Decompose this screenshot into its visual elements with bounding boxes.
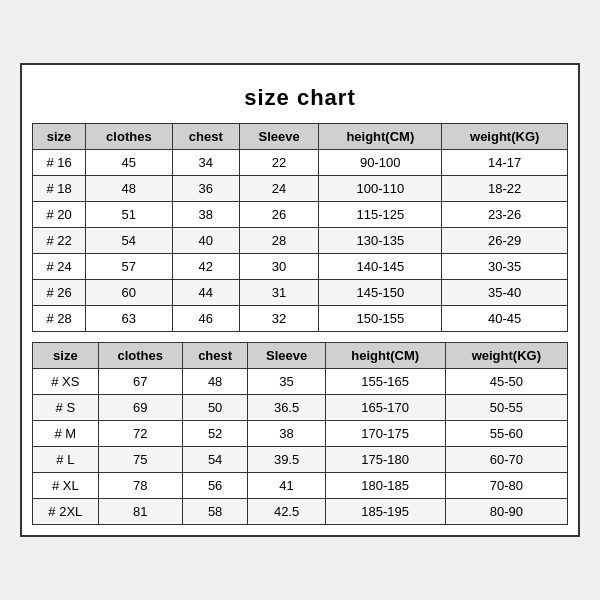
size-table-2: sizeclotheschestSleeveheight(CM)weight(K… [32,342,568,525]
table-cell: 40 [172,228,239,254]
table-cell: 36.5 [248,395,325,421]
table-cell: # M [33,421,99,447]
table-cell: 26 [239,202,318,228]
table-cell: 48 [182,369,248,395]
table-cell: # 22 [33,228,86,254]
table-cell: 34 [172,150,239,176]
table-cell: 45-50 [445,369,567,395]
table-cell: 69 [98,395,182,421]
table-cell: 46 [172,306,239,332]
table-cell: 30 [239,254,318,280]
table-cell: 24 [239,176,318,202]
table-cell: 45 [86,150,172,176]
table-cell: 54 [86,228,172,254]
table-row: # 24574230140-14530-35 [33,254,568,280]
table-cell: 90-100 [319,150,442,176]
table-row: # XS674835155-16545-50 [33,369,568,395]
table-cell: 38 [248,421,325,447]
table-row: # 2XL815842.5185-19580-90 [33,499,568,525]
table-cell: # XL [33,473,99,499]
table-cell: 22 [239,150,318,176]
table-cell: 41 [248,473,325,499]
table-cell: # 2XL [33,499,99,525]
table-row: # S695036.5165-17050-55 [33,395,568,421]
table-cell: 150-155 [319,306,442,332]
table-cell: 100-110 [319,176,442,202]
table-cell: 28 [239,228,318,254]
table-row: # 28634632150-15540-45 [33,306,568,332]
table-cell: 50-55 [445,395,567,421]
table-cell: 180-185 [325,473,445,499]
table-cell: 30-35 [442,254,568,280]
table-cell: # 20 [33,202,86,228]
chart-title: size chart [32,75,568,123]
table-cell: 32 [239,306,318,332]
table-cell: 72 [98,421,182,447]
table-cell: # L [33,447,99,473]
table-cell: # XS [33,369,99,395]
table1-col-header: clothes [86,124,172,150]
table-cell: 54 [182,447,248,473]
table-cell: 115-125 [319,202,442,228]
table-row: # 26604431145-15035-40 [33,280,568,306]
table-cell: 23-26 [442,202,568,228]
table-cell: 67 [98,369,182,395]
table-cell: 26-29 [442,228,568,254]
table1-col-header: Sleeve [239,124,318,150]
table1-col-header: chest [172,124,239,150]
table-cell: # 24 [33,254,86,280]
table-cell: 42.5 [248,499,325,525]
table-cell: 14-17 [442,150,568,176]
table-row: # 20513826115-12523-26 [33,202,568,228]
table-cell: 51 [86,202,172,228]
table-cell: 165-170 [325,395,445,421]
table-cell: 48 [86,176,172,202]
table-cell: # 28 [33,306,86,332]
table-cell: 75 [98,447,182,473]
table2-wrapper: sizeclotheschestSleeveheight(CM)weight(K… [32,342,568,525]
table-cell: # 18 [33,176,86,202]
table-cell: 35-40 [442,280,568,306]
table1-header-row: sizeclotheschestSleeveheight(CM)weight(K… [33,124,568,150]
table-cell: 60-70 [445,447,567,473]
table-cell: 52 [182,421,248,447]
table-row: # 18483624100-11018-22 [33,176,568,202]
table2-header: sizeclotheschestSleeveheight(CM)weight(K… [33,343,568,369]
table-cell: 70-80 [445,473,567,499]
table-cell: 170-175 [325,421,445,447]
table1-header: sizeclotheschestSleeveheight(CM)weight(K… [33,124,568,150]
table-cell: 42 [172,254,239,280]
table2-col-header: Sleeve [248,343,325,369]
table-cell: 60 [86,280,172,306]
table-cell: 78 [98,473,182,499]
table1-col-header: size [33,124,86,150]
table-cell: 18-22 [442,176,568,202]
table-cell: 55-60 [445,421,567,447]
table2-col-header: clothes [98,343,182,369]
table-cell: 81 [98,499,182,525]
table-cell: 80-90 [445,499,567,525]
table-cell: 185-195 [325,499,445,525]
size-chart-card: size chart sizeclotheschestSleeveheight(… [20,63,580,537]
table2-col-header: height(CM) [325,343,445,369]
table-cell: 63 [86,306,172,332]
table-cell: 35 [248,369,325,395]
table-cell: 31 [239,280,318,306]
table-cell: 50 [182,395,248,421]
table-cell: 44 [172,280,239,306]
table-cell: # 26 [33,280,86,306]
table-cell: 155-165 [325,369,445,395]
table2-col-header: chest [182,343,248,369]
table-cell: 145-150 [319,280,442,306]
table-row: # 22544028130-13526-29 [33,228,568,254]
table-cell: 36 [172,176,239,202]
table-cell: 57 [86,254,172,280]
table-row: # L755439.5175-18060-70 [33,447,568,473]
table-cell: 58 [182,499,248,525]
table-row: # 1645342290-10014-17 [33,150,568,176]
table-cell: 39.5 [248,447,325,473]
table1-col-header: weight(KG) [442,124,568,150]
table-row: # XL785641180-18570-80 [33,473,568,499]
table-cell: 56 [182,473,248,499]
table-row: # M725238170-17555-60 [33,421,568,447]
